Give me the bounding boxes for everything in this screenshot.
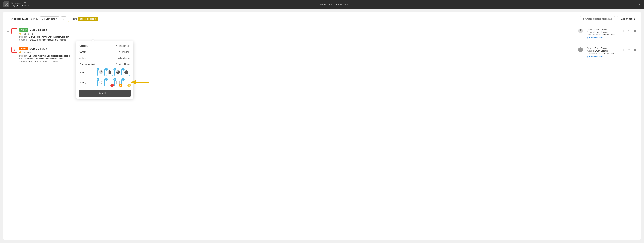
author-value-1: Erwan Cazaux xyxy=(594,31,608,33)
header-org-board: Documentation Team My QCD board xyxy=(12,2,29,7)
priority-icons-group: ✓ ✓ 1 ✓ 2 xyxy=(97,79,130,86)
owner-label-2: Owner : xyxy=(586,47,594,49)
row-checkbox-2[interactable] xyxy=(7,48,10,50)
header-left: Documentation Team My QCD board xyxy=(4,1,29,7)
page-title: Actions plan - Actions table xyxy=(319,3,349,6)
filter-criticality-row[interactable]: Problem criticality All criticalities › xyxy=(76,61,134,67)
add-action-button[interactable]: + Add an action xyxy=(617,16,637,21)
author-label-2: Author : xyxy=(586,50,594,52)
category-value-text: All categories xyxy=(116,44,129,47)
author-chevron-icon: › xyxy=(129,57,130,59)
reset-filters-button[interactable]: Reset filters xyxy=(79,90,131,96)
status-icon-75[interactable]: ✓ xyxy=(114,68,122,76)
svg-rect-9 xyxy=(108,81,111,84)
toolbar: Actions (2/2) Sort by Creation date ▾ ↓ … xyxy=(7,15,637,22)
row-checkbox-1[interactable] xyxy=(7,29,10,31)
criticality-chevron-icon: › xyxy=(129,63,130,65)
priority-icon-none[interactable]: ✓ xyxy=(97,79,105,86)
row-content-1: Minor MQB-S-24-1162 Indicator 1 Problem:… xyxy=(19,28,576,41)
owner-value-text: All owners xyxy=(118,51,129,53)
severity-badge-2: Major xyxy=(19,47,28,50)
close-button[interactable]: × xyxy=(638,2,640,6)
board-name: My QCD board xyxy=(12,4,29,7)
row-type-icon-1: S xyxy=(12,28,17,34)
svg-line-8 xyxy=(100,82,102,84)
check-badge-50: ✓ xyxy=(105,68,108,70)
author-line-1: Author : Erwan Cazaux xyxy=(586,31,617,33)
problem-value-2: Operator received a light electrical sho… xyxy=(28,55,70,57)
priority-icon-1[interactable]: ✓ 1 xyxy=(106,79,113,86)
row-type-icon-2: S xyxy=(12,47,17,53)
status-pie-25 xyxy=(99,70,103,74)
action-id-2[interactable]: MQB-S-24-6773 xyxy=(30,47,47,50)
attached-card-count-1: 1 xyxy=(589,37,590,39)
attached-card-2[interactable]: ⊞ 1 attached card xyxy=(586,55,617,58)
status-filter-label: Status xyxy=(80,71,96,74)
cause-value-2: Switched on testing machine without glov xyxy=(27,57,64,60)
progress-chart-1 xyxy=(578,28,583,33)
priority-badge-2: 2 xyxy=(119,83,122,87)
attached-card-1[interactable]: ⊞ 1 attached card xyxy=(586,37,617,39)
copy-button-2[interactable]: ⊞ xyxy=(620,47,625,52)
filters-applied-badge[interactable]: 2 filters applied ▾ xyxy=(78,17,98,21)
svg-rect-10 xyxy=(116,81,120,84)
row-right-2: Owner : Erwan Cazaux Author : Erwan Caza… xyxy=(578,47,637,58)
category-filter-label: Category xyxy=(80,44,88,47)
owner-line-2: Owner : Erwan Cazaux xyxy=(586,47,617,49)
status-icon-50[interactable]: ✓ xyxy=(106,68,113,76)
filter-author-row[interactable]: Author All authors › xyxy=(76,55,134,61)
sort-select[interactable]: Creation date ▾ xyxy=(40,16,59,21)
svg-point-2 xyxy=(578,47,583,52)
attached-card-label-1: attached card xyxy=(591,37,603,39)
attached-card-icon-1: ⊞ xyxy=(586,37,588,39)
cause-label-2: Cause: xyxy=(19,57,26,60)
svg-rect-11 xyxy=(125,81,128,84)
status-icon-100[interactable]: ✓ xyxy=(122,68,130,76)
owner-label-1: Owner : xyxy=(586,28,594,30)
filter-owner-row[interactable]: Owner All owners › xyxy=(76,49,134,55)
sort-by-label: Sort by xyxy=(31,17,38,20)
status-pie-100 xyxy=(124,70,128,74)
solution-value-2: Poka yoke with machine before t xyxy=(28,60,58,63)
criticality-filter-value: All criticalities › xyxy=(116,63,130,65)
check-badge-p2: ✓ xyxy=(114,78,116,81)
status-icon-25[interactable]: ✓ xyxy=(97,68,105,76)
row-meta-2: Owner : Erwan Cazaux Author : Erwan Caza… xyxy=(586,47,617,58)
problem-label-1: Problem: xyxy=(19,36,27,38)
author-value-2: Erwan Cazaux xyxy=(594,50,608,52)
created-line-1: Created on : December 5, 2024 xyxy=(586,33,617,36)
created-line-2: Created on : December 5, 2024 xyxy=(586,52,617,55)
criticality-value-text: All criticalities xyxy=(116,63,129,65)
sort-direction-button[interactable]: ↓ xyxy=(61,16,66,21)
solution-detail-1: Solution: Increase finished good stock a… xyxy=(19,39,576,41)
solution-label-2: Solution: xyxy=(19,60,27,63)
filters-applied-text: 2 filters applied xyxy=(80,17,94,20)
action-id-1[interactable]: MQB-S-24-1162 xyxy=(30,28,47,31)
author-filter-label: Author xyxy=(80,57,86,59)
filter-priority-row: Priority ✓ ✓ 1 xyxy=(76,77,134,88)
delete-button-2[interactable]: 🗑 xyxy=(632,47,637,52)
edit-button-2[interactable]: ✏ xyxy=(626,47,631,52)
edit-button-1[interactable]: ✏ xyxy=(626,28,631,33)
owner-value-2: Erwan Cazaux xyxy=(594,47,608,49)
priority-icon-2[interactable]: ✓ 2 xyxy=(114,79,122,86)
author-label-1: Author : xyxy=(586,31,594,33)
indicator-label-2: Indicator 2 xyxy=(23,51,33,54)
copy-button-1[interactable]: ⊞ xyxy=(620,28,625,33)
app-logo xyxy=(4,1,10,7)
progress-chart-2 xyxy=(578,47,583,52)
create-related-button[interactable]: ⊞ Create a related action card xyxy=(580,16,615,21)
category-chevron-icon: › xyxy=(129,45,130,47)
filters-dropdown-icon: ▾ xyxy=(95,17,96,20)
problem-label-2: Problem: xyxy=(19,55,27,57)
filter-category-row[interactable]: Category All categories › xyxy=(76,43,134,49)
indicator-dot-2 xyxy=(19,51,21,53)
priority-icon-3[interactable]: ✓ 3 xyxy=(122,79,130,86)
owner-value-1: Erwan Cazaux xyxy=(594,28,608,30)
sort-dropdown-icon: ▾ xyxy=(56,17,57,20)
delete-button-1[interactable]: 🗑 xyxy=(632,28,637,33)
problem-detail-1: Problem: Extra hours every day in the la… xyxy=(19,36,576,38)
filters-button[interactable]: Filters 2 filters applied ▾ xyxy=(68,15,100,22)
select-all-checkbox[interactable] xyxy=(7,17,10,20)
created-label-1: Created on : xyxy=(586,33,598,36)
